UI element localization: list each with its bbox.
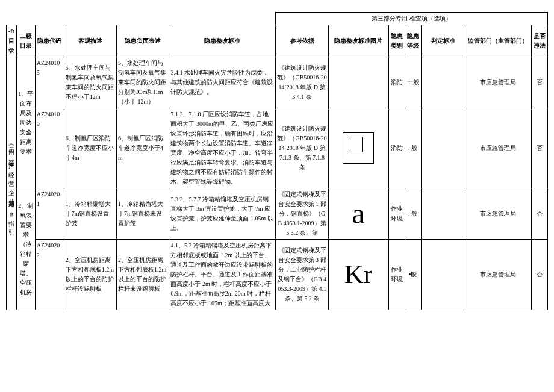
pic-cell xyxy=(328,57,388,108)
dept: 市应急管理局 xyxy=(465,57,531,108)
judge xyxy=(421,188,465,240)
pic-cell: a xyxy=(328,188,388,240)
hdr-col12: 是否违法 xyxy=(531,25,547,57)
box-icon xyxy=(343,132,374,164)
side-title: 《二十四 空分生产 经 营 企 业专用检 查 指 引 xyxy=(7,57,17,310)
obj-desc: 6、制氢厂区消防车道净宽度不应小于4m xyxy=(64,108,116,188)
hdr-col11: 监管部门（主管部门） xyxy=(465,25,531,57)
hdr-col5: 隐患整改标准 xyxy=(169,25,276,57)
ref: 《固定式钢梯及平台安全要求第 1 部分：钢直梯》（GB 4053.1-2009）… xyxy=(276,188,328,240)
haz-cat: 消防 xyxy=(388,108,405,188)
section-header-row: 第三部分专用 检查项（选项） xyxy=(7,13,548,25)
judge xyxy=(421,57,465,108)
dept: 市应急管理局 xyxy=(465,240,531,310)
law: 否 xyxy=(531,188,547,240)
law: 否 xyxy=(531,108,547,188)
haz-level: . 般 xyxy=(405,108,421,188)
haz-cat: 消防 xyxy=(388,57,405,108)
obj-desc: 2、空压机房距离下方相邻底板1.2m以上的平台的防护栏杆设踢脚板 xyxy=(64,240,116,310)
neg-desc: 2、空压机房距离下方相邻底板1.2m以上的平台的防护栏杆未设踢脚板 xyxy=(117,240,169,310)
hdr-col1: 二级目录 xyxy=(16,25,35,57)
hdr-col0: -ft 目录 xyxy=(7,25,17,57)
dept: 市应急管理局 xyxy=(465,188,531,240)
hdr-col2: 隐患代码 xyxy=(35,25,64,57)
page: 第三部分专用 检查项（选项） -ft 目录 二级目录 隐患代码 客观描述 隐患负… xyxy=(6,12,548,310)
section-header: 第三部分专用 检查项（选项） xyxy=(276,13,548,25)
judge xyxy=(421,240,465,310)
neg-desc: 5、水处理车间与制氢车间及氧气集束车间的防火间距分别为IOm和I1m（小于 12… xyxy=(117,57,169,108)
std: 7.1.3、7.1.8 厂区应设消防车道，占地面积大于 3000m的甲、乙、丙类… xyxy=(169,108,276,188)
law: 否 xyxy=(531,57,547,108)
inspection-table: 第三部分专用 检查项（选项） -ft 目录 二级目录 隐患代码 客观描述 隐患负… xyxy=(6,12,548,310)
hdr-col9: 隐患等级 xyxy=(405,25,421,57)
hdr-col4: 隐患负面表述 xyxy=(117,25,169,57)
table-row: 2、制氧装置要求（冷箱精馏塔、空压机房 AZ240201 1、冷箱精馏塔大于7m… xyxy=(7,188,548,240)
code: AZ240106 xyxy=(35,108,64,188)
ref: 《建筑设计防火规范》（GB50016-2014[2018 年版 D 第 7.1.… xyxy=(276,108,328,188)
hdr-col8: 隐患类别 xyxy=(388,25,405,57)
ref: 《固定式钢梯及平台安全要求第 3 部分：工业防护栏杆及钢平台》（GB 4053.… xyxy=(276,240,328,310)
cat1-name: 1、平面布局及周边安全距离要求 xyxy=(16,57,35,188)
haz-level: 一般 xyxy=(405,57,421,108)
hdr-col7: 隐患整改标准图片 xyxy=(328,25,388,57)
judge xyxy=(421,108,465,188)
law: 否 xyxy=(531,240,547,310)
neg-desc: 1、冷箱精馏塔大于7m钢直梯未设置护笼 xyxy=(117,188,169,240)
code: AZ240202 xyxy=(35,240,64,310)
std: 5.3.2、5.7.7 冷箱精馏塔及空压机房钢直梯大于 3m 宜设置护笼，大于 … xyxy=(169,188,276,240)
code: AZ240105 xyxy=(35,57,64,108)
neg-desc: 6、制氢厂区消防车道净宽度小于4m xyxy=(117,108,169,188)
ref: 《建筑设计防火规范》（GB50016-2014[2018 年版 D 第 3.4.… xyxy=(276,57,328,108)
haz-level: . 般 xyxy=(405,188,421,240)
dept: 市应急管理局 xyxy=(465,108,531,188)
pic-cell: Kr xyxy=(328,240,388,310)
haz-cat: 作业环境 xyxy=(388,240,405,310)
haz-cat: 作业环境 xyxy=(388,188,405,240)
hdr-col10: 判定标准 xyxy=(421,25,465,57)
obj-desc: 1、冷箱精馏塔大于7m钢直梯设置护笼 xyxy=(64,188,116,240)
obj-desc: 5、水处理车间与制氢车间及氧气集束车间的防火间距不得小于12m xyxy=(64,57,116,108)
table-row: AZ240202 2、空压机房距离下方相邻底板1.2m以上的平台的防护栏杆设踢脚… xyxy=(7,240,548,310)
hdr-col3: 客观描述 xyxy=(64,25,116,57)
pic-cell xyxy=(328,108,388,188)
cat2-name: 2、制氧装置要求（冷箱精馏塔、空压机房 xyxy=(16,188,35,310)
table-row: AZ240106 6、制氢厂区消防车道净宽度不应小于4m 6、制氢厂区消防车道净… xyxy=(7,108,548,188)
header-row: -ft 目录 二级目录 隐患代码 客观描述 隐患负面表述 隐患整改标准 参考依据… xyxy=(7,25,548,57)
hdr-col6: 参考依据 xyxy=(276,25,328,57)
haz-level: •般 xyxy=(405,240,421,310)
std: 3.4.1 水处理车间火灾危险性为戊类，与其他建筑的防火间距应符合《建筑设计防火… xyxy=(169,57,276,108)
std: 4.1、5.2 冷箱精馏塔及空压机房距离下方相邻底板或地面 1.2m 以上的平台… xyxy=(169,240,276,310)
table-row: 《二十四 空分生产 经 营 企 业专用检 查 指 引 1、平面布局及周边安全距离… xyxy=(7,57,548,108)
code: AZ240201 xyxy=(35,188,64,240)
